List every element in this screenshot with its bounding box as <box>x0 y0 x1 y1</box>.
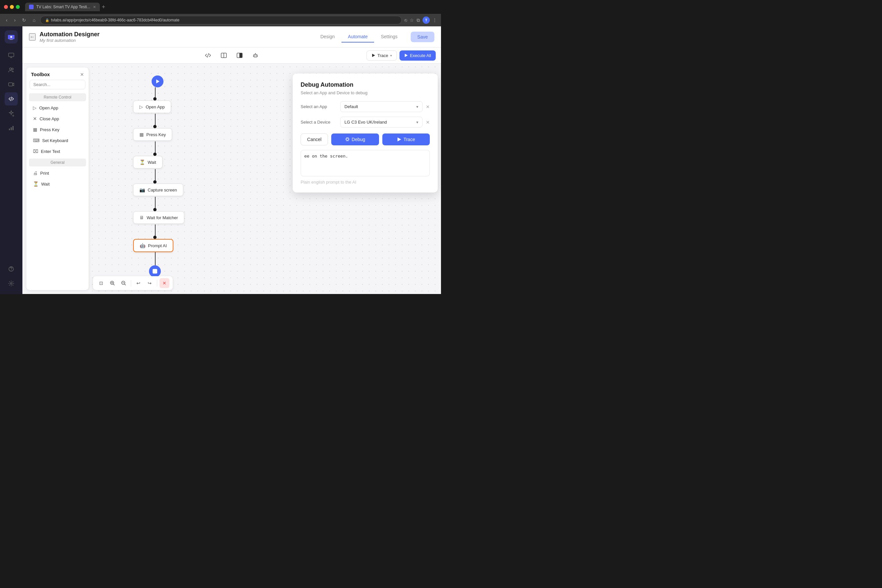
toolbox-search-input[interactable] <box>30 80 86 89</box>
address-bar[interactable]: 🔒 tvlabs.ai/app/projects/c46beab9-38fd-4… <box>40 16 402 24</box>
debug-device-clear-icon[interactable]: ✕ <box>426 120 430 125</box>
debug-device-select[interactable]: LG C3 Evo UK/Ireland ▾ <box>340 117 423 128</box>
toolbox-item-open-app[interactable]: ▷ Open App <box>28 102 87 113</box>
toolbox-title: Toolbox <box>31 72 50 77</box>
trace-dropdown-icon: ▾ <box>390 54 392 57</box>
debug-cancel-button[interactable]: Cancel <box>301 134 328 146</box>
svg-point-6 <box>12 68 14 70</box>
traffic-lights <box>4 5 20 9</box>
sidebar-item-video[interactable] <box>4 78 18 91</box>
flow-node-open-app[interactable]: ▷ Open App <box>133 100 171 113</box>
print-icon: 🖨 <box>33 170 38 176</box>
debug-modal: Debug Automation Select an App and Devic… <box>292 74 438 192</box>
svg-marker-27 <box>398 138 401 141</box>
new-tab-button[interactable]: + <box>102 4 105 10</box>
tab-settings[interactable]: Settings <box>374 31 404 42</box>
toolbox-item-print[interactable]: 🖨 Print <box>28 168 87 178</box>
sidebar-item-monitor[interactable] <box>4 49 18 62</box>
trace-button-group[interactable]: Trace ▾ <box>366 50 397 61</box>
delete-button[interactable]: ✕ <box>159 278 170 288</box>
toolbox-item-set-keyboard[interactable]: ⌨ Set Keyboard <box>28 135 87 146</box>
back-button[interactable]: ‹ <box>4 17 9 23</box>
tab-design[interactable]: Design <box>314 31 342 42</box>
sidebar-item-code[interactable] <box>4 92 18 105</box>
debug-prompt-textarea[interactable]: ee on the screen. <box>301 150 430 176</box>
reload-button[interactable]: ↻ <box>20 17 28 23</box>
close-app-icon: ✕ <box>33 116 37 121</box>
sidebar-item-ai[interactable] <box>4 107 18 120</box>
flow-node-capture-screen[interactable]: 📷 Capture screen <box>133 184 183 196</box>
active-tab[interactable]: TV Labs: Smart TV App Testi... ✕ <box>25 3 100 11</box>
undo-button[interactable]: ↩ <box>134 278 143 288</box>
flow-node-prompt-ai[interactable]: 🤖 Prompt AI <box>133 239 173 252</box>
flow-stop-node[interactable] <box>149 266 161 277</box>
dark-split-view-button[interactable] <box>233 50 246 61</box>
browser-menu-button[interactable]: ⋮ <box>432 18 437 23</box>
tab-title: TV Labs: Smart TV App Testi... <box>36 4 90 9</box>
header-title-area: Automation Designer My first automation <box>39 31 314 43</box>
wait-node-label: Wait <box>148 160 156 165</box>
url-text: tvlabs.ai/app/projects/c46beab9-38fd-466… <box>51 18 180 22</box>
fit-canvas-button[interactable]: ⊡ <box>96 278 106 288</box>
nav-sidebar-bottom <box>4 262 18 290</box>
debug-debug-button[interactable]: Debug <box>331 134 379 146</box>
redo-button[interactable]: ↪ <box>145 278 154 288</box>
zoom-in-button[interactable] <box>108 278 117 288</box>
svg-rect-9 <box>11 127 12 130</box>
toolbox-item-enter-text[interactable]: ⌧ Enter Text <box>28 146 87 156</box>
bookmark-button[interactable]: ☆ <box>410 18 414 23</box>
header-tabs: Design Automate Settings <box>314 31 404 42</box>
prompt-ai-node-icon: 🤖 <box>140 243 146 248</box>
zoom-out-button[interactable] <box>118 278 129 288</box>
canvas-area[interactable]: ▷ Open App ▦ Press Key <box>89 64 441 294</box>
sidebar-item-analytics[interactable] <box>4 121 18 135</box>
flow-line-7 <box>155 252 156 266</box>
open-app-label: Open App <box>39 105 58 110</box>
app-logo[interactable] <box>4 30 18 44</box>
toolbox-close-button[interactable]: ✕ <box>80 72 84 77</box>
expand-traffic-light[interactable] <box>16 5 20 9</box>
toolbar-right: Trace ▾ Execute All <box>366 50 436 61</box>
minimize-traffic-light[interactable] <box>10 5 14 9</box>
svg-rect-10 <box>12 126 14 130</box>
save-button[interactable]: Save <box>411 32 434 42</box>
split-view-button[interactable] <box>217 50 230 61</box>
close-traffic-light[interactable] <box>4 5 8 9</box>
robot-view-button[interactable] <box>249 50 262 61</box>
flow-start-node[interactable] <box>152 75 164 87</box>
browser-titlebar: TV Labs: Smart TV App Testi... ✕ + <box>0 0 441 14</box>
tab-automate[interactable]: Automate <box>342 31 374 42</box>
flow-node-wait[interactable]: ⏳ Wait <box>133 156 162 168</box>
toolbox-item-wait[interactable]: ⏳ Wait <box>28 178 87 189</box>
canvas-toolbar-separator-2 <box>157 280 157 286</box>
toolbox-item-press-key[interactable]: ▦ Press Key <box>28 124 87 135</box>
flow-node-press-key[interactable]: ▦ Press Key <box>133 128 172 141</box>
home-button[interactable]: ⌂ <box>31 17 37 23</box>
debug-trace-button[interactable]: Trace <box>382 134 430 146</box>
external-link-button[interactable]: ⎋ <box>404 18 407 23</box>
svg-marker-21 <box>372 54 375 57</box>
sidebar-item-settings[interactable] <box>4 277 18 290</box>
svg-rect-16 <box>240 53 242 58</box>
debug-app-clear-icon[interactable]: ✕ <box>426 104 430 110</box>
forward-button[interactable]: › <box>12 17 18 23</box>
toolbox-item-close-app[interactable]: ✕ Close App <box>28 113 87 124</box>
debug-app-select[interactable]: Default ▾ <box>340 101 423 112</box>
sidebar-item-help[interactable] <box>4 262 18 276</box>
svg-point-18 <box>255 53 256 54</box>
tab-close-icon[interactable]: ✕ <box>93 5 96 9</box>
wait-icon: ⏳ <box>33 181 39 186</box>
browser-chrome: TV Labs: Smart TV App Testi... ✕ + ‹ › ↻… <box>0 0 441 26</box>
flow-node-wait-for-matcher[interactable]: 🖥 Wait for Matcher <box>133 211 184 224</box>
execute-all-button[interactable]: Execute All <box>399 50 436 61</box>
code-view-button[interactable] <box>201 50 214 61</box>
content-area: Toolbox ✕ Remote Control ▷ Open App ✕ Cl… <box>22 64 441 294</box>
sidebar-item-users[interactable] <box>4 63 18 76</box>
toolbox-search[interactable] <box>30 80 86 89</box>
user-avatar[interactable]: T <box>423 16 430 24</box>
debug-trace-label: Trace <box>404 137 415 142</box>
browser-nav-bar: ‹ › ↻ ⌂ 🔒 tvlabs.ai/app/projects/c46beab… <box>0 14 441 26</box>
extensions-button[interactable]: ⧉ <box>417 18 420 23</box>
debug-device-label: Select a Device <box>301 120 337 124</box>
back-to-project-button[interactable]: ← <box>29 33 36 40</box>
